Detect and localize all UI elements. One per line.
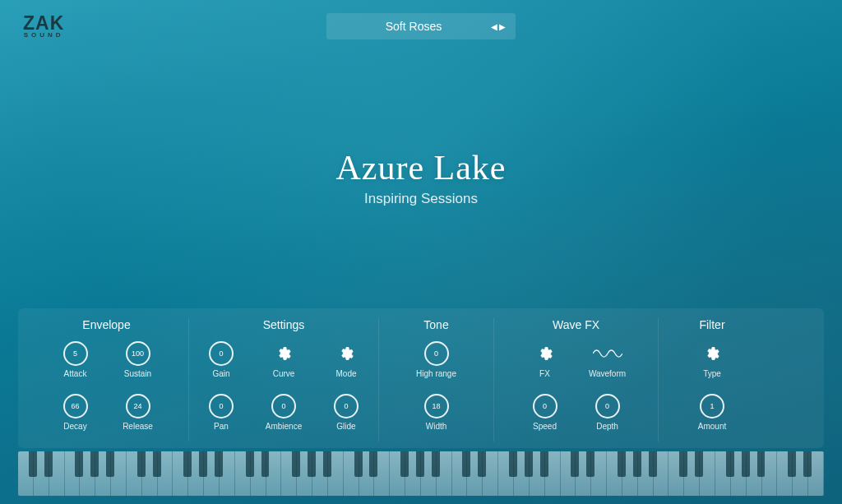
label-pan: Pan	[214, 422, 229, 431]
black-key[interactable]	[695, 451, 703, 477]
white-key[interactable]	[173, 451, 188, 496]
black-key[interactable]	[199, 451, 207, 477]
knob-attack[interactable]: 5	[63, 341, 88, 366]
black-key[interactable]	[478, 451, 486, 477]
white-key[interactable]	[390, 451, 405, 496]
black-key[interactable]	[633, 451, 641, 477]
black-key[interactable]	[432, 451, 440, 477]
black-key[interactable]	[153, 451, 161, 477]
black-key[interactable]	[44, 451, 53, 477]
brand-main: ZAK	[23, 15, 64, 32]
black-key[interactable]	[292, 451, 300, 477]
white-key[interactable]	[452, 451, 468, 496]
label-gain: Gain	[212, 369, 229, 378]
black-key[interactable]	[679, 451, 687, 477]
label-attack: Attack	[64, 369, 87, 378]
black-key[interactable]	[649, 451, 657, 477]
sine-wave-icon	[593, 346, 622, 361]
product-title: Azure Lake Inspiring Sessions	[0, 148, 842, 207]
title-main: Azure Lake	[0, 148, 842, 187]
label-speed: Speed	[533, 422, 557, 431]
black-key[interactable]	[586, 451, 594, 477]
black-key[interactable]	[29, 451, 37, 477]
section-title-tone: Tone	[423, 318, 448, 331]
black-key[interactable]	[540, 451, 548, 477]
black-key[interactable]	[183, 451, 192, 477]
white-key[interactable]	[777, 451, 793, 496]
preset-next-icon[interactable]: ▶	[499, 22, 506, 31]
black-key[interactable]	[106, 451, 114, 477]
white-key[interactable]	[281, 451, 297, 496]
section-title-envelope: Envelope	[82, 318, 130, 331]
white-key[interactable]	[715, 451, 731, 496]
black-key[interactable]	[400, 451, 409, 477]
label-release: Release	[123, 422, 153, 431]
white-key[interactable]	[235, 451, 251, 496]
mode-button[interactable]	[334, 341, 359, 366]
knob-highrange[interactable]: 0	[424, 341, 449, 366]
knob-release[interactable]: 24	[126, 394, 150, 418]
knob-depth[interactable]: 0	[595, 394, 620, 418]
black-key[interactable]	[261, 451, 270, 477]
label-waveform: Waveform	[589, 369, 626, 378]
preset-selector[interactable]: Soft Roses ◀ ▶	[326, 13, 516, 39]
black-key[interactable]	[246, 451, 254, 477]
white-key[interactable]	[344, 451, 359, 496]
knob-decay[interactable]: 66	[63, 394, 88, 418]
section-envelope: Envelope 5 Attack 100 Sustain 66 Decay 2…	[25, 318, 189, 442]
fx-button[interactable]	[533, 341, 557, 366]
knob-pan[interactable]: 0	[209, 394, 234, 418]
piano-keyboard[interactable]	[18, 451, 824, 496]
section-title-settings: Settings	[263, 318, 305, 331]
label-fx: FX	[539, 369, 550, 378]
knob-glide[interactable]: 0	[334, 394, 359, 418]
black-key[interactable]	[509, 451, 517, 477]
white-key[interactable]	[669, 451, 684, 496]
white-key[interactable]	[561, 451, 576, 496]
curve-button[interactable]	[271, 341, 296, 366]
section-filter: Filter Type 1 Amount	[659, 318, 766, 442]
black-key[interactable]	[462, 451, 470, 477]
black-key[interactable]	[323, 451, 331, 477]
section-title-wavefx: Wave FX	[553, 318, 599, 331]
black-key[interactable]	[742, 451, 750, 477]
label-depth: Depth	[596, 422, 618, 431]
preset-prev-icon[interactable]: ◀	[491, 22, 497, 31]
waveform-button[interactable]	[591, 341, 624, 366]
black-key[interactable]	[137, 451, 146, 477]
knob-gain[interactable]: 0	[209, 341, 234, 366]
label-amount: Amount	[698, 422, 726, 431]
black-key[interactable]	[215, 451, 223, 477]
knob-amount[interactable]: 1	[700, 394, 724, 418]
gear-icon	[538, 346, 553, 361]
knob-width[interactable]: 18	[424, 394, 449, 418]
black-key[interactable]	[354, 451, 363, 477]
brand-sub: SOUND	[23, 32, 64, 38]
knob-ambience[interactable]: 0	[271, 394, 296, 418]
black-key[interactable]	[788, 451, 796, 477]
filter-type-button[interactable]	[700, 341, 724, 366]
section-settings: Settings 0 Gain Curve Mode 0 Pan	[189, 318, 379, 442]
label-decay: Decay	[63, 422, 86, 431]
black-key[interactable]	[618, 451, 626, 477]
black-key[interactable]	[757, 451, 766, 477]
black-key[interactable]	[308, 451, 316, 477]
black-key[interactable]	[369, 451, 377, 477]
black-key[interactable]	[90, 451, 99, 477]
black-key[interactable]	[571, 451, 579, 477]
knob-speed[interactable]: 0	[533, 394, 557, 418]
white-key[interactable]	[607, 451, 622, 496]
black-key[interactable]	[416, 451, 424, 477]
gear-icon	[339, 346, 354, 361]
section-tone: Tone 0 High range 18 Width	[379, 318, 494, 442]
black-key[interactable]	[525, 451, 533, 477]
label-sustain: Sustain	[124, 369, 151, 378]
white-key[interactable]	[18, 451, 34, 496]
black-key[interactable]	[803, 451, 812, 477]
white-key[interactable]	[498, 451, 514, 496]
white-key[interactable]	[65, 451, 81, 496]
black-key[interactable]	[726, 451, 734, 477]
black-key[interactable]	[75, 451, 83, 477]
knob-sustain[interactable]: 100	[126, 341, 150, 366]
white-key[interactable]	[127, 451, 142, 496]
